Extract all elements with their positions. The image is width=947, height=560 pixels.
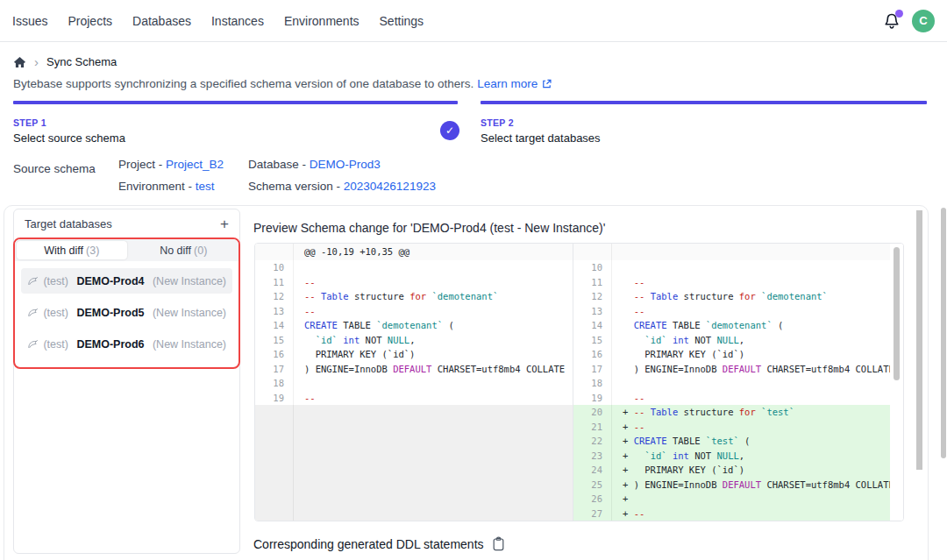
diff-line: 17 ) ENGINE=InnoDB DEFAULT CHARSET=utf8m…: [573, 362, 890, 377]
nav-item-environments[interactable]: Environments: [284, 14, 360, 28]
mysql-dolphin-icon: [27, 338, 38, 350]
source-schema-fields: Project - Project_B2Database - DEMO-Prod…: [118, 158, 436, 193]
top-nav: IssuesProjectsDatabasesInstancesEnvironm…: [0, 0, 947, 42]
diff-line: 20+ -- Table structure for `test`: [573, 405, 890, 420]
diff-line: 12-- Table structure for `demotenant`: [255, 289, 573, 304]
ddl-section-header: Corresponding generated DDL statements: [253, 536, 505, 551]
diff-line: 24+ PRIMARY KEY (`id`): [573, 463, 890, 478]
notification-dot: [895, 10, 903, 18]
step2-label: STEP 2: [481, 117, 601, 128]
nav-item-instances[interactable]: Instances: [211, 14, 264, 28]
diff-line: 18: [255, 376, 573, 391]
step1-progress-bar: [13, 101, 458, 104]
ddl-section-title: Corresponding generated DDL statements: [253, 537, 484, 551]
step1-label: STEP 1: [13, 117, 125, 128]
target-databases-panel: Target databases + With diff(3)No diff(0…: [13, 209, 240, 554]
diff-line: 16 PRIMARY KEY (`id`): [573, 347, 890, 362]
diff-hunk-header: @@ -10,19 +10,35 @@: [255, 244, 573, 260]
add-database-button[interactable]: +: [220, 216, 229, 231]
mysql-dolphin-icon: [27, 275, 38, 287]
tab-with-diff[interactable]: With diff(3): [17, 241, 127, 259]
nav-item-databases[interactable]: Databases: [132, 14, 191, 28]
target-db-demo-prod4[interactable]: (test) DEMO-Prod4 (New Instance): [21, 268, 232, 294]
notification-bell-button[interactable]: [883, 12, 901, 30]
diff-line: 12 -- Table structure for `demotenant`: [573, 289, 890, 304]
step1-done-check-icon: ✓: [440, 121, 459, 140]
schema-diff-viewer: @@ -10,19 +10,35 @@ 1011--12-- Table str…: [254, 243, 904, 521]
diff-line: 10: [573, 260, 890, 275]
diff-tabs: With diff(3)No diff(0): [15, 239, 239, 261]
diff-line: 13--: [255, 304, 573, 319]
environment-link[interactable]: test: [196, 180, 215, 193]
diff-line: 19--: [255, 391, 573, 406]
step1-title: Select source schema: [13, 131, 125, 145]
source-field-environment: Environment - test: [118, 180, 248, 193]
home-icon[interactable]: [13, 56, 26, 68]
schema-version-link[interactable]: 20230426121923: [344, 180, 436, 193]
target-db-demo-prod5[interactable]: (test) DEMO-Prod5 (New Instance): [21, 300, 232, 325]
diff-line: 11--: [255, 275, 573, 290]
avatar[interactable]: C: [912, 10, 935, 32]
step2-progress-bar: [481, 101, 927, 104]
diff-line: 22+ CREATE TABLE `test` (: [573, 434, 890, 449]
nav-item-projects[interactable]: Projects: [68, 14, 112, 28]
diff-line: 11 --: [573, 275, 890, 290]
diff-line: 10: [255, 260, 573, 275]
diff-pane-source: @@ -10,19 +10,35 @@ 1011--12-- Table str…: [255, 244, 573, 521]
step2-title: Select target databases: [481, 131, 601, 145]
diff-line: 19 --: [573, 391, 890, 406]
nav-item-settings[interactable]: Settings: [380, 14, 424, 28]
breadcrumb: › Sync Schema: [13, 55, 117, 68]
step-2: STEP 2 Select target databases: [481, 117, 601, 145]
copy-ddl-icon[interactable]: [492, 536, 505, 551]
tab-no-diff[interactable]: No diff(0): [129, 239, 239, 261]
source-schema-label: Source schema: [13, 162, 96, 175]
diff-line: 15 `id` int NOT NULL,: [255, 333, 573, 348]
diff-line: 25+ ) ENGINE=InnoDB DEFAULT CHARSET=utf8…: [573, 478, 890, 493]
diff-line: 26+: [573, 492, 890, 507]
diff-line: 16 PRIMARY KEY (`id`): [255, 347, 573, 362]
page-scrollbar-thumb[interactable]: [941, 208, 946, 458]
intro-text-row: Bytebase supports synchronizing a specif…: [13, 77, 552, 90]
diff-line: 13 --: [573, 304, 890, 319]
database-link[interactable]: DEMO-Prod3: [310, 158, 381, 171]
diff-scrollbar-thumb[interactable]: [894, 247, 900, 380]
preview-title: Preview Schema change for 'DEMO-Prod4 (t…: [253, 221, 605, 235]
project-link[interactable]: Project_B2: [166, 158, 224, 171]
nav-right: C: [883, 10, 935, 32]
diff-line: 27+ --: [573, 507, 890, 521]
source-field-database: Database - DEMO-Prod3: [248, 158, 436, 171]
nav-items: IssuesProjectsDatabasesInstancesEnvironm…: [12, 14, 424, 28]
breadcrumb-separator-icon: ›: [34, 56, 39, 68]
diff-empty-filler: [255, 405, 573, 521]
diff-pane-target: 10 11 --12 -- Table structure for `demot…: [573, 244, 890, 521]
target-panel-header: Target databases +: [14, 209, 239, 237]
step-1: STEP 1 Select source schema: [13, 117, 125, 145]
intro-text: Bytebase supports synchronizing a specif…: [13, 77, 474, 90]
diff-line: 14CREATE TABLE `demotenant` (: [255, 318, 573, 333]
source-field-schema-version: Schema version - 20230426121923: [248, 180, 436, 193]
diff-line: 21+ --: [573, 420, 890, 435]
source-field-project: Project - Project_B2: [118, 158, 248, 171]
target-db-demo-prod6[interactable]: (test) DEMO-Prod6 (New Instance): [21, 331, 232, 357]
learn-more-link[interactable]: Learn more: [477, 77, 538, 90]
breadcrumb-page-label: Sync Schema: [46, 55, 117, 68]
diff-scrollbar-track: [890, 244, 903, 521]
diff-hunk-header-right: [573, 244, 890, 260]
nav-item-issues[interactable]: Issues: [12, 14, 47, 28]
diff-line: 18: [573, 376, 890, 391]
target-list-highlight-box: With diff(3)No diff(0) (test) DEMO-Prod4…: [13, 237, 240, 369]
target-database-list: (test) DEMO-Prod4 (New Instance)(test) D…: [15, 261, 239, 364]
diff-line: 15 `id` int NOT NULL,: [573, 333, 890, 348]
target-panel-title: Target databases: [25, 217, 112, 230]
card-scrollbar-thumb[interactable]: [916, 210, 922, 470]
diff-line: 17) ENGINE=InnoDB DEFAULT CHARSET=utf8mb…: [255, 362, 573, 377]
external-link-icon[interactable]: [541, 78, 552, 89]
diff-line: 14 CREATE TABLE `demotenant` (: [573, 318, 890, 333]
mysql-dolphin-icon: [27, 307, 38, 318]
diff-line: 23+ `id` int NOT NULL,: [573, 449, 890, 464]
